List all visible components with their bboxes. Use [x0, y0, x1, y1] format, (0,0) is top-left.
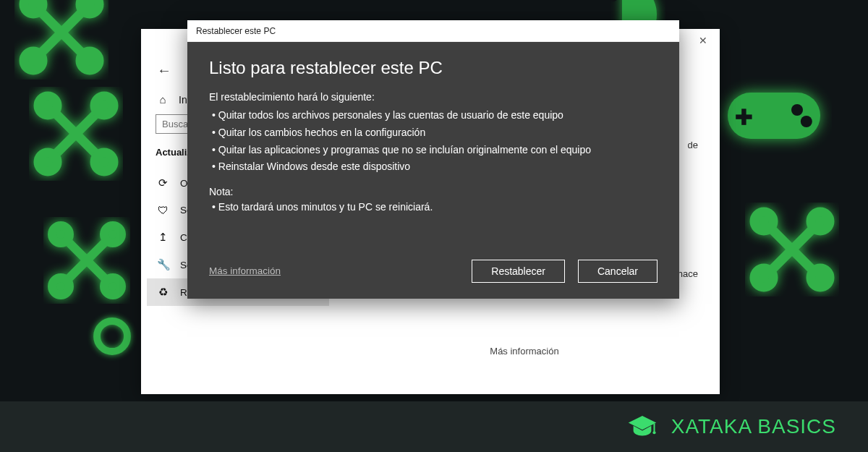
svg-point-22: [52, 278, 69, 295]
svg-point-4: [24, 51, 43, 70]
dialog-note-list: Esto tardará unos minutos y tu PC se rei…: [209, 199, 658, 216]
dialog-titlebar: Restablecer este PC: [187, 20, 679, 42]
svg-point-2: [24, 0, 43, 14]
svg-point-6: [609, 0, 618, 1]
main-more-info: Más información: [490, 346, 558, 357]
svg-point-11: [38, 153, 57, 171]
brand-text: XATAKA BASICS: [671, 415, 836, 438]
recovery-icon: ♻: [157, 286, 169, 299]
main-text-fragment: hace: [678, 268, 698, 279]
decor-x-icon: [43, 217, 130, 304]
more-info-link[interactable]: Más información: [209, 265, 281, 276]
dialog-intro: El restablecimiento hará lo siguiente:: [209, 91, 658, 103]
svg-rect-17: [736, 114, 752, 119]
svg-point-3: [80, 0, 99, 14]
svg-point-20: [52, 226, 69, 243]
backup-icon: ↥: [157, 231, 169, 244]
cancel-button[interactable]: Cancelar: [578, 260, 658, 283]
svg-point-30: [97, 321, 127, 351]
wrench-icon: 🔧: [157, 258, 169, 271]
decor-gamepad-icon: [716, 58, 832, 174]
svg-point-5: [80, 51, 99, 70]
decor-x-icon: [745, 202, 839, 297]
svg-point-26: [754, 212, 773, 231]
dialog-window-title: Restablecer este PC: [196, 26, 276, 36]
dialog-bullet: Quitar los cambios hechos en la configur…: [209, 124, 658, 142]
delivery-icon: ⟳: [157, 176, 169, 189]
svg-point-29: [811, 268, 830, 287]
window-close-button[interactable]: ✕: [686, 29, 720, 52]
svg-point-23: [104, 278, 122, 295]
svg-point-28: [754, 268, 773, 287]
decor-circle-icon: [87, 311, 137, 362]
dialog-note-bullet: Esto tardará unos minutos y tu PC se rei…: [209, 199, 658, 216]
main-text-fragment: de: [688, 140, 698, 150]
svg-point-10: [95, 96, 114, 115]
svg-point-15: [801, 116, 812, 127]
dialog-note-title: Nota:: [209, 186, 658, 197]
svg-point-14: [791, 104, 803, 116]
dialog-bullet: Quitar todos los archivos personales y l…: [209, 107, 658, 124]
decor-x-icon: [29, 87, 123, 181]
svg-point-21: [104, 226, 122, 243]
svg-point-12: [95, 153, 114, 171]
dialog-heading: Listo para restablecer este PC: [209, 58, 658, 78]
graduation-cap-icon: [626, 411, 658, 443]
dialog-bullet: Reinstalar Windows desde este dispositiv…: [209, 158, 658, 176]
dialog-bullet-list: Quitar todos los archivos personales y l…: [209, 107, 658, 176]
reset-dialog: Restablecer este PC Listo para restablec…: [187, 20, 679, 299]
brand-footer: XATAKA BASICS: [0, 401, 868, 452]
shield-icon: 🛡: [157, 204, 169, 216]
home-icon: ⌂: [157, 93, 169, 106]
reset-button[interactable]: Restablecer: [472, 260, 565, 283]
svg-point-9: [38, 96, 57, 115]
svg-point-37: [652, 431, 655, 434]
decor-x-icon: [14, 0, 109, 80]
svg-point-27: [811, 212, 830, 231]
dialog-bullet: Quitar las aplicaciones y programas que …: [209, 142, 658, 159]
